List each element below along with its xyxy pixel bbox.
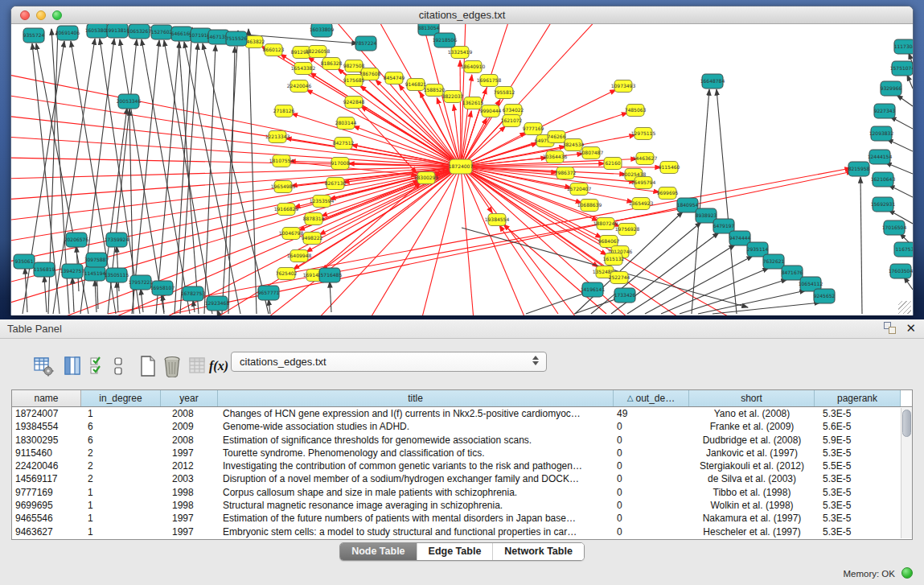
- cell-in_degree: 2: [81, 447, 161, 459]
- graph-node-label: 8471676: [782, 270, 803, 275]
- graph-edge[interactable]: [95, 280, 97, 312]
- graph-edge[interactable]: [717, 89, 737, 314]
- table-row[interactable]: 1456911722003Disruption of a novel membe…: [12, 472, 912, 485]
- select-rows-icon[interactable]: [87, 355, 109, 377]
- tab-edge-table[interactable]: Edge Table: [417, 543, 493, 560]
- canvas-resize-grip[interactable]: [898, 301, 911, 314]
- cell-year: 2012: [161, 459, 218, 472]
- graph-node-label: 1588520: [424, 87, 446, 93]
- graph-node-label: 20053346: [117, 98, 142, 104]
- table-row[interactable]: 1872400712008Changes of HCN gene express…: [12, 407, 912, 420]
- graph-edge[interactable]: [460, 60, 461, 167]
- graph-node-label: 10973493: [611, 83, 636, 89]
- graph-edge[interactable]: [907, 75, 913, 89]
- graph-edge[interactable]: [319, 167, 461, 235]
- graph-edge[interactable]: [248, 29, 257, 314]
- graph-node-label: 20206576: [64, 237, 89, 242]
- network-view-canvas[interactable]: 8660123891295518226058165433829827508818…: [11, 24, 913, 315]
- graph-edge[interactable]: [204, 45, 216, 314]
- cell-out_de: 0: [614, 472, 689, 485]
- scrollbar-thumb[interactable]: [902, 410, 911, 437]
- table-row[interactable]: 1830029562008Estimation of significance …: [12, 434, 912, 447]
- graph-edge[interactable]: [72, 278, 74, 312]
- delete-table-icon[interactable]: [161, 355, 183, 377]
- table-row[interactable]: 946362711997Embryonic stem cells: a mode…: [12, 525, 912, 538]
- graph-node-label: 16543382: [291, 65, 316, 71]
- graph-edge[interactable]: [499, 225, 558, 314]
- graph-edge[interactable]: [164, 40, 212, 314]
- graph-edge[interactable]: [574, 298, 620, 314]
- graph-node-label: 7986372: [555, 170, 577, 175]
- table-row[interactable]: 977716911998Corpus callosum shape and si…: [12, 486, 912, 499]
- graph-node-label: 9175685: [343, 77, 365, 83]
- column-header-out_de[interactable]: △out_de…: [614, 390, 689, 406]
- graph-node-label: 14463627: [633, 155, 658, 161]
- graph-edge[interactable]: [890, 117, 913, 129]
- graph-edge[interactable]: [887, 139, 913, 151]
- table-row[interactable]: 946554611997Estimation of the future num…: [12, 512, 912, 525]
- table-row[interactable]: 2242004622012Investigating the contribut…: [12, 459, 912, 472]
- import-table-icon-disabled: [187, 355, 209, 377]
- graph-edge[interactable]: [193, 300, 195, 312]
- cell-pagerank: 5.3E-5: [815, 512, 901, 525]
- graph-edge[interactable]: [680, 279, 787, 314]
- graph-edge[interactable]: [503, 225, 606, 314]
- graph-node-label: 1156819: [34, 266, 55, 272]
- table-row[interactable]: 911546021997Tourette syndrome. Phenomeno…: [12, 447, 912, 459]
- cell-pagerank: 5.3E-5: [815, 499, 901, 512]
- graph-edge[interactable]: [713, 303, 820, 314]
- table-selector-dropdown[interactable]: citations_edges.txt: [231, 352, 547, 372]
- graph-edge[interactable]: [308, 57, 461, 167]
- graph-edge[interactable]: [178, 27, 199, 314]
- graph-node-label: 30975887: [84, 257, 109, 262]
- graph-edge[interactable]: [461, 167, 626, 175]
- graph-edge[interactable]: [156, 42, 179, 314]
- table-scrollbar[interactable]: [901, 408, 912, 538]
- cell-out_de: 0: [614, 459, 689, 472]
- graph-edge[interactable]: [44, 276, 47, 312]
- cell-in_degree: 1: [81, 407, 161, 420]
- cell-title: Structural magnetic resonance image aver…: [218, 499, 614, 512]
- column-header-pagerank[interactable]: pagerank: [815, 390, 901, 406]
- float-panel-icon[interactable]: [884, 322, 896, 334]
- sort-ascending-icon: △: [627, 390, 634, 406]
- merge-tables-icon[interactable]: [111, 355, 125, 377]
- graph-node-label: 18300295: [414, 175, 439, 180]
- window-titlebar[interactable]: citations_edges.txt: [11, 6, 913, 24]
- function-builder-icon[interactable]: f(x): [207, 355, 230, 377]
- graph-edge[interactable]: [860, 177, 862, 314]
- new-table-icon[interactable]: [137, 355, 159, 377]
- graph-edge[interactable]: [698, 290, 806, 314]
- graph-edge[interactable]: [25, 268, 27, 312]
- close-panel-icon[interactable]: ✕: [906, 322, 916, 334]
- tab-network-table[interactable]: Network Table: [492, 543, 584, 560]
- graph-edge[interactable]: [897, 95, 913, 106]
- graph-edge[interactable]: [269, 299, 270, 314]
- table-settings-icon[interactable]: [32, 355, 55, 377]
- graph-edge[interactable]: [661, 268, 769, 314]
- graph-edge[interactable]: [627, 245, 735, 314]
- graph-edge[interactable]: [306, 89, 461, 167]
- graph-edge[interactable]: [141, 289, 143, 312]
- column-header-year[interactable]: year: [161, 390, 218, 406]
- citation-network-graph[interactable]: 8660123891295518226058165433829827508818…: [11, 24, 913, 315]
- column-header-title[interactable]: title: [218, 390, 614, 406]
- column-header-short[interactable]: short: [689, 390, 815, 406]
- show-columns-icon[interactable]: [61, 355, 84, 377]
- graph-node-label: 6479197: [713, 223, 735, 229]
- graph-node-label: 116753: [896, 246, 913, 252]
- graph-edge[interactable]: [330, 282, 331, 312]
- column-header-name[interactable]: name: [12, 390, 81, 406]
- graph-edge[interactable]: [421, 167, 461, 315]
- table-row[interactable]: 969969511998Structural magnetic resonanc…: [12, 499, 912, 512]
- graph-node-label: 18807249: [593, 220, 618, 226]
- cell-pagerank: 5.3E-5: [815, 486, 901, 499]
- graph-edge[interactable]: [354, 104, 417, 173]
- graph-node-label: 10688639: [577, 202, 602, 208]
- graph-edge[interactable]: [132, 40, 159, 314]
- graph-edge[interactable]: [889, 185, 913, 197]
- cell-out_de: 0: [614, 512, 689, 525]
- table-row[interactable]: 1938455462009Genome-wide association stu…: [12, 420, 912, 433]
- column-header-in_degree[interactable]: in_degree: [81, 390, 161, 406]
- tab-node-table[interactable]: Node Table: [340, 543, 416, 560]
